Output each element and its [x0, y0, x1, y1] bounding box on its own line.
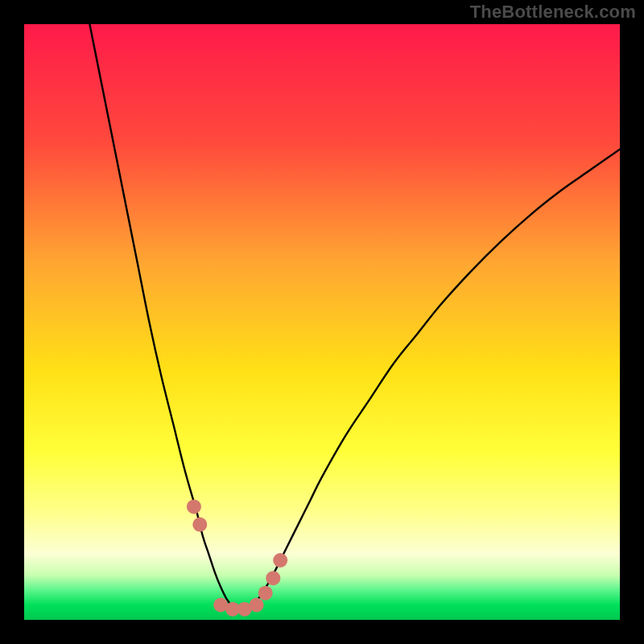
curve-marker: [258, 586, 273, 601]
plot-area: [24, 24, 620, 620]
curve-marker: [192, 518, 207, 532]
curve-marker: [266, 571, 280, 585]
curve-marker: [250, 598, 264, 613]
chart-frame: TheBottleneck.com: [0, 0, 644, 644]
curve-marker: [273, 553, 287, 568]
curve-marker: [187, 499, 201, 514]
watermark-text: TheBottleneck.com: [470, 2, 636, 23]
svg-rect-0: [24, 24, 620, 620]
chart-background: [24, 24, 620, 620]
